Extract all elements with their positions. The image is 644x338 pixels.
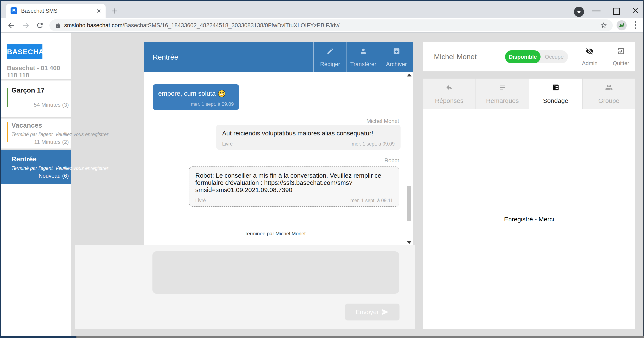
incoming-message: Aut reiciendis voluptatibus maiores alia…: [216, 125, 400, 150]
conversation-subtitle: Terminé par l'agent Veuillez vous enregi…: [12, 165, 108, 171]
sidebar: BASECHAT Basechat - 01 400 118 118 Garço…: [1, 33, 71, 336]
admin-button[interactable]: Admin: [579, 46, 600, 67]
conversation-item-rentree[interactable]: Rentrée Terminé par l'agent Veuillez vou…: [1, 150, 71, 184]
browser-tabstrip: B Basechat SMS: [1, 1, 643, 18]
archive-label: Archiver: [380, 61, 413, 68]
window-border-bottom-right: [76, 336, 644, 338]
conversation-meta: Nouveau (6): [39, 173, 69, 179]
message-list: empore, cum soluta mer. 1 sept. à 09.09 …: [144, 72, 413, 246]
window-close-icon[interactable]: [631, 6, 639, 14]
tab-label: Réponses: [423, 97, 476, 104]
agent-tabs: Réponses Remarques Sondage Groupe: [423, 79, 635, 109]
conversation-title: Rentrée: [12, 155, 36, 163]
message-time: mer. 1 sept. à 09.09: [352, 141, 395, 147]
send-label: Envoyer: [356, 308, 379, 315]
message-text: Robot: Le conseiller a mis fin à la conv…: [195, 172, 393, 193]
chat-header: Rentrée Rédiger Transférer: [144, 42, 413, 72]
basechat-logo: BASECHAT: [7, 44, 42, 59]
transfer-button[interactable]: Transférer: [346, 42, 380, 72]
send-icon: [382, 308, 389, 315]
compose-button[interactable]: Rédiger: [313, 42, 346, 72]
favicon: B: [10, 8, 17, 14]
archive-button[interactable]: Archiver: [380, 42, 413, 72]
sender-label: Robot: [384, 157, 399, 164]
page: BASECHAT Basechat - 01 400 118 118 Garço…: [1, 33, 643, 336]
chat-actions: Rédiger Transférer Archiver: [313, 42, 413, 72]
pencil-icon: [326, 47, 334, 55]
agent-header: Michel Monet Disponible Occupé Admin Qui…: [423, 42, 635, 71]
chat-title: Rentrée: [153, 42, 178, 72]
window-border-bottom-left: [0, 336, 76, 338]
messages-scrollbar: [406, 73, 412, 245]
ballot-icon: [552, 84, 560, 91]
browser-tab[interactable]: B Basechat SMS: [6, 4, 106, 18]
back-icon[interactable]: [7, 21, 16, 30]
message-status: Livré: [222, 141, 233, 147]
message-input[interactable]: [152, 251, 399, 294]
message-text: empore, cum soluta: [158, 90, 216, 97]
conversation-ended-note: Terminée par Michel Monet: [144, 231, 406, 237]
window-border-top: [0, 0, 644, 1]
url-bar[interactable]: smsloho.basechat.com/BasechatSMS/16_1843…: [50, 20, 613, 31]
status-bar-orange: [7, 122, 8, 142]
tab-reponses[interactable]: Réponses: [423, 79, 476, 109]
message-time: mer. 1 sept. à 09.11: [350, 198, 393, 203]
transfer-label: Transférer: [347, 61, 380, 68]
reply-icon: [446, 84, 453, 91]
person-icon: [360, 47, 367, 55]
admin-label: Admin: [579, 60, 600, 67]
url-text: smsloho.basechat.com/BasechatSMS/16_1843…: [64, 20, 340, 31]
conversation-item-vacances[interactable]: Vacances Terminé par l'agent Veuillez vo…: [1, 119, 71, 149]
chat-card: Rentrée Rédiger Transférer: [144, 42, 413, 246]
divider: [1, 79, 71, 81]
send-button[interactable]: Envoyer: [345, 303, 400, 320]
browser-toolbar: smsloho.basechat.com/BasechatSMS/16_1843…: [1, 18, 643, 33]
status-bar-green: [7, 88, 8, 107]
conversation-item-garcon17[interactable]: Garçon 17 54 Minutes (3): [1, 81, 71, 117]
refresh-icon[interactable]: [36, 21, 44, 29]
eye-off-icon: [586, 47, 594, 55]
message-status: Livré: [195, 198, 206, 203]
account-number: Basechat - 01 400 118 118: [7, 65, 71, 79]
outgoing-message: empore, cum soluta mer. 1 sept. à 09.09: [153, 84, 239, 110]
tab-label: Groupe: [582, 97, 635, 104]
profile-avatar[interactable]: [616, 20, 627, 31]
people-icon: [605, 84, 613, 91]
divider: [1, 117, 71, 119]
survey-status-text: Enregistré - Merci: [423, 216, 635, 223]
tab-close-icon[interactable]: [96, 8, 102, 14]
tab-label: Remarques: [476, 97, 529, 104]
scroll-down-icon[interactable]: [407, 241, 412, 244]
window-border-right: [643, 0, 644, 338]
status-toggle: Disponible Occupé: [505, 50, 568, 63]
window-maximize-icon[interactable]: [613, 8, 620, 15]
conversation-title: Garçon 17: [12, 86, 44, 94]
tab-remarques[interactable]: Remarques: [476, 79, 529, 109]
tab-title: Basechat SMS: [21, 4, 58, 18]
forward-icon[interactable]: [22, 21, 30, 30]
archive-icon: [393, 47, 400, 55]
compose-label: Rédiger: [314, 61, 346, 68]
quit-button[interactable]: Quitter: [610, 46, 632, 67]
scroll-up-icon[interactable]: [407, 74, 412, 77]
conversation-subtitle: Terminé par l'agent Veuillez vous enregi…: [12, 132, 108, 137]
message-text: Aut reiciendis voluptatibus maiores alia…: [222, 130, 395, 137]
notes-icon: [499, 84, 506, 91]
message-time: mer. 1 sept. à 09.09: [158, 101, 234, 107]
url-host: smsloho.basechat.com: [64, 22, 122, 29]
window-minimize-icon[interactable]: [592, 11, 600, 12]
tab-sondage[interactable]: Sondage: [529, 79, 582, 109]
conversation-meta: 54 Minutes (3): [34, 102, 69, 108]
new-tab-icon[interactable]: [111, 7, 119, 15]
browser-menu-icon[interactable]: [634, 21, 636, 30]
agent-name: Michel Monet: [434, 42, 476, 71]
url-path: /BasechatSMS/16_18433602_482244518_30330…: [122, 22, 340, 29]
status-available-button[interactable]: Disponible: [505, 50, 540, 63]
scrollbar-thumb[interactable]: [407, 186, 411, 221]
screen: B Basechat SMS smsloho.ba: [0, 0, 644, 338]
status-busy-button[interactable]: Occupé: [540, 50, 568, 63]
tab-groupe[interactable]: Groupe: [582, 79, 635, 109]
bookmark-star-icon[interactable]: [600, 22, 607, 29]
sender-label: Michel Monet: [366, 118, 399, 124]
chrome-update-chip[interactable]: [574, 7, 584, 17]
